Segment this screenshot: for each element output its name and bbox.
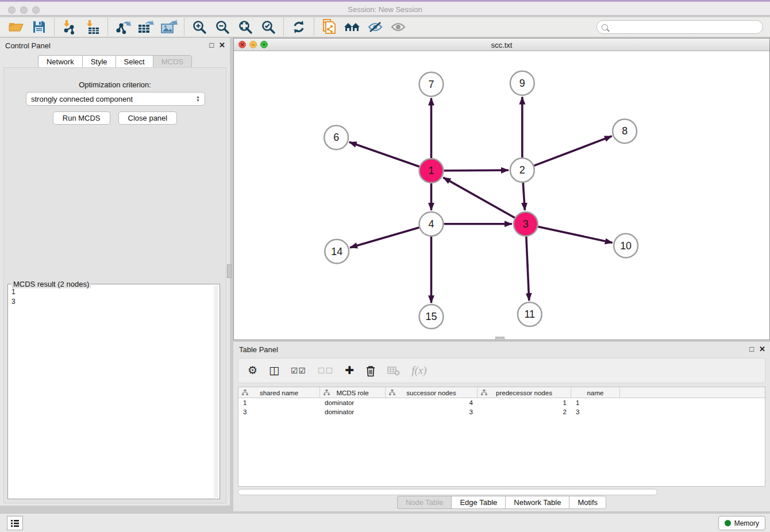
home-view-button[interactable] — [341, 18, 364, 36]
create-column-icon[interactable]: ✚ — [345, 364, 354, 377]
table-cell[interactable]: 4 — [386, 399, 478, 406]
import-table-button[interactable] — [81, 18, 104, 36]
graph-node-6[interactable]: 6 — [324, 125, 348, 149]
table-settings-icon[interactable]: ⚙ — [248, 364, 257, 377]
graph-node-4[interactable]: 4 — [419, 212, 444, 236]
network-graph: 7968124314101511 — [234, 51, 769, 340]
graph-node-1[interactable]: 1 — [419, 159, 444, 183]
table-cell[interactable]: 3 — [571, 408, 620, 415]
graph-node-7[interactable]: 7 — [419, 72, 444, 97]
import-network-button[interactable] — [58, 18, 81, 36]
search-input[interactable] — [611, 23, 763, 31]
graph-node-9[interactable]: 9 — [510, 71, 534, 95]
float-panel-icon[interactable]: □ — [749, 345, 754, 353]
table-horizontal-scrollbar[interactable] — [238, 489, 657, 495]
export-table-button[interactable] — [134, 18, 157, 36]
graph-node-10[interactable]: 10 — [614, 234, 638, 258]
tab-mcds[interactable]: MCDS — [153, 55, 192, 68]
table-panel-header: Table Panel □ ✕ — [233, 342, 770, 357]
column-header-shared-name[interactable]: shared name — [238, 387, 320, 398]
graph-edge-1-2[interactable] — [444, 170, 509, 171]
delete-column-icon[interactable] — [365, 365, 376, 377]
unselect-all-columns-icon[interactable]: ☐☐ — [318, 364, 333, 377]
table-cell[interactable]: 3 — [386, 408, 478, 415]
control-panel-title: Control Panel — [5, 41, 51, 50]
graph-edge-2-8[interactable] — [534, 136, 611, 165]
zoom-selected-icon — [261, 20, 276, 34]
save-session-button[interactable] — [28, 18, 51, 36]
zoom-out-button[interactable] — [211, 18, 234, 36]
svg-text:14: 14 — [331, 246, 342, 257]
table-cell[interactable]: 1 — [571, 399, 620, 406]
network-snapshot-button[interactable] — [318, 18, 341, 36]
graph-edge-4-14[interactable] — [350, 228, 419, 248]
table-cell[interactable]: 1 — [478, 399, 571, 406]
tab-style[interactable]: Style — [82, 55, 116, 68]
open-session-button[interactable] — [5, 18, 28, 36]
zoom-selected-button[interactable] — [257, 18, 280, 36]
hide-selected-button[interactable] — [364, 18, 387, 36]
graph-node-14[interactable]: 14 — [325, 240, 349, 264]
table-cell[interactable]: 1 — [238, 399, 320, 406]
float-panel-icon[interactable]: □ — [209, 41, 214, 49]
zoom-in-button[interactable] — [188, 18, 211, 36]
graph-edge-3-1[interactable] — [443, 178, 514, 218]
network-window-titlebar[interactable]: ✕ − + scc.txt — [234, 38, 769, 51]
close-panel-icon[interactable]: ✕ — [219, 41, 225, 49]
graph-node-8[interactable]: 8 — [613, 119, 637, 144]
hierarchy-icon — [324, 390, 330, 396]
graph-node-11[interactable]: 11 — [518, 302, 542, 326]
save-floppy-icon — [33, 21, 45, 33]
graph-edge-2-3[interactable] — [523, 183, 525, 210]
close-panel-button[interactable]: Close panel — [118, 111, 178, 125]
select-all-columns-icon[interactable]: ☑☑ — [291, 364, 306, 377]
tab-network[interactable]: Network — [38, 55, 82, 68]
network-canvas[interactable]: 7968124314101511 — [234, 51, 769, 340]
graph-node-2[interactable]: 2 — [510, 158, 534, 182]
splitter-handle-vertical[interactable] — [227, 264, 232, 278]
memory-button[interactable]: Memory — [718, 516, 765, 530]
graph-node-15[interactable]: 15 — [419, 304, 444, 329]
export-network-button[interactable] — [111, 18, 134, 36]
svg-text:11: 11 — [525, 309, 536, 320]
zoom-fit-button[interactable] — [234, 18, 257, 36]
graph-node-3[interactable]: 3 — [514, 212, 538, 236]
table-cell[interactable]: 2 — [478, 408, 571, 415]
column-header-name[interactable]: name — [571, 387, 620, 398]
open-folder-icon — [8, 20, 24, 34]
result-scrollbar[interactable] — [214, 286, 218, 498]
tab-motifs[interactable]: Motifs — [569, 496, 606, 509]
table-row[interactable]: 3dominator323 — [238, 407, 765, 417]
mcds-result-text[interactable]: 1 3 — [9, 286, 214, 498]
show-task-history-button[interactable] — [7, 516, 23, 530]
show-all-button[interactable] — [387, 18, 410, 36]
table-panel-title: Table Panel — [239, 345, 278, 354]
export-table-icon — [137, 20, 155, 34]
optimization-criterion-select[interactable]: strongly connected component ▲▼ — [26, 92, 205, 106]
table-cell[interactable]: dominator — [320, 399, 386, 406]
export-image-button[interactable] — [157, 18, 180, 36]
show-columns-icon[interactable]: ◫ — [269, 364, 279, 377]
graph-edge-3-11[interactable] — [526, 237, 529, 301]
tab-select[interactable]: Select — [116, 55, 153, 68]
table-cell[interactable]: 3 — [238, 408, 320, 415]
splitter-handle-horizontal[interactable] — [495, 337, 505, 341]
graph-edge-3-10[interactable] — [538, 226, 613, 242]
table-cell[interactable]: dominator — [320, 408, 386, 415]
tab-node-table[interactable]: Node Table — [397, 496, 452, 509]
svg-text:8: 8 — [622, 125, 627, 137]
column-header-successor-nodes[interactable]: successor nodes — [386, 387, 478, 398]
import-table-icon — [85, 20, 100, 34]
column-header-MCDS-role[interactable]: MCDS role — [320, 387, 386, 398]
search-field[interactable] — [596, 20, 763, 34]
column-header-predecessor-nodes[interactable]: predecessor nodes — [478, 387, 571, 398]
tab-network-table[interactable]: Network Table — [505, 496, 569, 509]
tab-edge-table[interactable]: Edge Table — [451, 496, 505, 509]
graph-edge-1-6[interactable] — [349, 142, 419, 167]
node-table[interactable]: shared nameMCDS rolesuccessor nodesprede… — [238, 387, 765, 487]
table-row[interactable]: 1dominator411 — [238, 398, 765, 407]
table-tabs: Node TableEdge TableNetwork TableMotifs — [233, 496, 770, 509]
refresh-button[interactable] — [287, 18, 310, 36]
run-mcds-button[interactable]: Run MCDS — [53, 111, 110, 125]
close-panel-icon[interactable]: ✕ — [759, 345, 765, 353]
